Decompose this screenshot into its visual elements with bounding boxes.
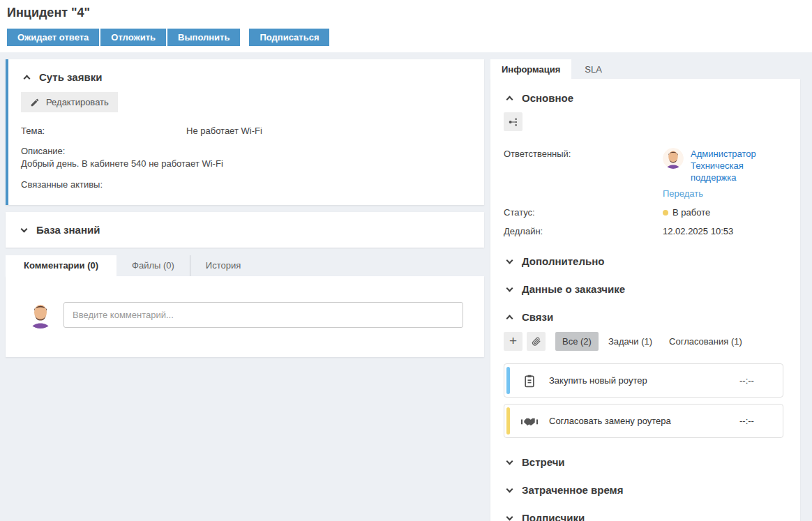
links-filter-chips: Все (2) Задачи (1) Согласования (1) xyxy=(555,332,749,351)
hierarchy-button[interactable] xyxy=(504,112,522,131)
filter-approvals[interactable]: Согласования (1) xyxy=(662,332,749,351)
deadline-value: 12.02.2025 10:53 xyxy=(663,225,785,237)
postpone-button[interactable]: Отложить xyxy=(100,29,166,46)
theme-row: Тема: Не работает Wi-Fi xyxy=(21,125,472,137)
linked-approval-card[interactable]: Согласовать замену роутера --:-- xyxy=(504,404,783,438)
description-label: Описание: xyxy=(21,145,472,158)
pencil-icon xyxy=(30,98,40,107)
section-customer-data-title: Данные о заказчике xyxy=(522,283,625,295)
section-links-title: Связи xyxy=(522,311,553,323)
content-area: Суть заявки Редактировать Тема: Не работ… xyxy=(0,52,812,521)
chevron-down-icon xyxy=(18,229,29,232)
complete-button[interactable]: Выполнить xyxy=(167,29,240,46)
tab-comments[interactable]: Комментарии (0) xyxy=(6,255,116,276)
transfer-link[interactable]: Передать xyxy=(663,188,703,199)
tab-files[interactable]: Файлы (0) xyxy=(116,255,190,276)
section-time-spent-title: Затраченное время xyxy=(522,484,623,496)
section-additional[interactable]: Дополнительно xyxy=(504,255,785,267)
deadline-row: Дедлайн: 12.02.2025 10:53 xyxy=(504,225,785,237)
paperclip-icon xyxy=(531,336,541,347)
chevron-up-icon xyxy=(504,94,515,102)
chevron-up-icon xyxy=(504,313,515,321)
section-links-header[interactable]: Связи xyxy=(504,311,785,323)
section-customer-data[interactable]: Данные о заказчике xyxy=(504,283,785,295)
section-meetings-title: Встречи xyxy=(522,456,565,468)
tab-information[interactable]: Информация xyxy=(490,59,571,79)
transfer-row: Передать xyxy=(504,188,785,199)
chevron-down-icon xyxy=(504,288,515,291)
chevron-down-icon xyxy=(504,489,515,492)
linked-assets-label: Связанные активы: xyxy=(21,179,472,191)
filter-tasks[interactable]: Задачи (1) xyxy=(601,332,659,351)
left-column: Суть заявки Редактировать Тема: Не работ… xyxy=(6,59,484,357)
status-dot-icon xyxy=(663,210,668,216)
add-link-button[interactable]: + xyxy=(504,332,522,351)
main-section-title: Основное xyxy=(522,92,573,104)
status-value: В работе xyxy=(672,207,710,218)
section-subscribers[interactable]: Подписчики xyxy=(504,512,785,521)
page-title: Инцидент "4" xyxy=(7,6,805,20)
theme-value: Не работает Wi-Fi xyxy=(186,125,262,137)
linked-task-time: --:-- xyxy=(739,375,783,386)
tab-history[interactable]: История xyxy=(190,255,256,276)
comment-compose-card xyxy=(6,276,484,357)
responsible-user-link[interactable]: Администратор xyxy=(691,148,785,160)
request-summary-title: Суть заявки xyxy=(39,71,102,83)
section-meetings[interactable]: Встречи xyxy=(504,456,785,468)
linked-approval-title: Согласовать замену роутера xyxy=(549,416,739,426)
hierarchy-icon xyxy=(508,116,519,128)
edit-button-label: Редактировать xyxy=(46,97,109,107)
main-section-header[interactable]: Основное xyxy=(504,92,785,104)
responsible-label: Ответственный: xyxy=(504,148,663,183)
action-bar: Ожидает ответа Отложить Выполнить Подпис… xyxy=(7,29,805,46)
section-subscribers-title: Подписчики xyxy=(522,512,585,521)
knowledge-base-title: База знаний xyxy=(36,224,100,236)
comment-input[interactable] xyxy=(63,302,463,328)
knowledge-base-header[interactable]: База знаний xyxy=(18,224,472,236)
right-column: Информация SLA Основное xyxy=(490,59,800,521)
responsible-avatar xyxy=(663,148,684,169)
chevron-down-icon xyxy=(504,517,515,520)
responsible-row: Ответственный: Администратор Техн xyxy=(504,148,785,183)
responsible-team-link[interactable]: Техническая поддержка xyxy=(691,160,785,183)
edit-button[interactable]: Редактировать xyxy=(21,92,118,112)
tab-sla[interactable]: SLA xyxy=(571,59,615,79)
chevron-up-icon xyxy=(21,73,32,81)
section-additional-title: Дополнительно xyxy=(522,255,604,267)
linked-task-card[interactable]: Закупить новый роутер --:-- xyxy=(504,363,783,398)
handshake-icon xyxy=(510,415,549,428)
description-row: Описание: Добрый день. В кабинете 540 не… xyxy=(21,145,472,170)
deadline-label: Дедлайн: xyxy=(504,225,663,237)
status-row: Статус: В работе xyxy=(504,206,785,218)
links-toolbar: + Все (2) Задачи (1) Согласования (1) xyxy=(504,332,785,351)
section-time-spent[interactable]: Затраченное время xyxy=(504,484,785,496)
awaiting-reply-button[interactable]: Ожидает ответа xyxy=(7,29,99,46)
status-label: Статус: xyxy=(504,206,663,218)
chevron-down-icon xyxy=(504,260,515,263)
linked-approval-time: --:-- xyxy=(739,416,783,426)
user-avatar xyxy=(27,301,54,329)
plus-icon: + xyxy=(509,334,517,347)
chevron-down-icon xyxy=(504,461,515,464)
page-header: Инцидент "4" Ожидает ответа Отложить Вып… xyxy=(0,0,812,52)
info-tabstrip: Информация SLA xyxy=(490,59,800,79)
subscribe-button[interactable]: Подписаться xyxy=(249,29,329,46)
knowledge-base-card: База знаний xyxy=(6,212,484,248)
request-summary-card: Суть заявки Редактировать Тема: Не работ… xyxy=(6,59,484,205)
comment-tabstrip: Комментарии (0) Файлы (0) История xyxy=(6,255,484,276)
status-button-group: Ожидает ответа Отложить Выполнить xyxy=(7,29,240,46)
theme-label: Тема: xyxy=(21,125,186,137)
info-panel: Основное Ответственный: xyxy=(490,79,800,521)
attach-link-button[interactable] xyxy=(527,332,546,351)
request-summary-header[interactable]: Суть заявки xyxy=(21,71,472,83)
description-value: Добрый день. В кабинете 540 не работает … xyxy=(21,158,472,170)
linked-task-title: Закупить новый роутер xyxy=(549,375,739,386)
filter-all[interactable]: Все (2) xyxy=(555,332,599,351)
clipboard-icon xyxy=(510,373,549,388)
